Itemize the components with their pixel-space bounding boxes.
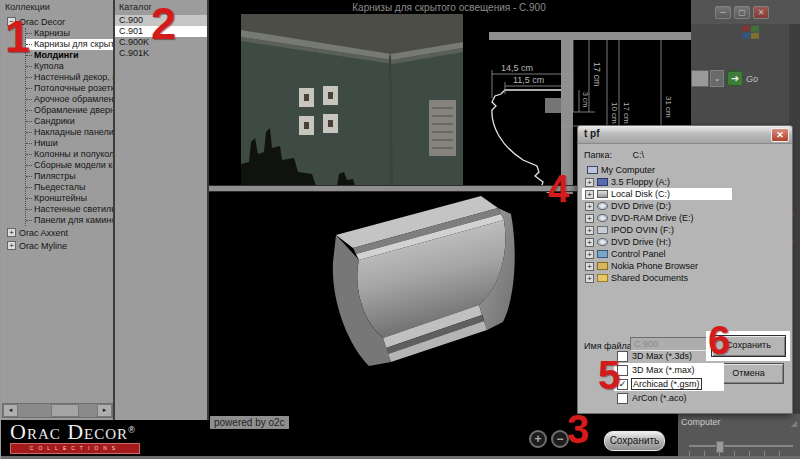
scrollbar-thumb[interactable] bbox=[51, 404, 79, 417]
expand-icon[interactable]: + bbox=[7, 228, 16, 237]
expand-icon[interactable]: + bbox=[585, 274, 594, 283]
format-label: 3D Max (*.max) bbox=[632, 365, 695, 375]
go-arrow-icon[interactable]: ➜ bbox=[727, 71, 743, 86]
annotation-step-1: 1 bbox=[5, 14, 30, 59]
folder-row: Папка: C:\ bbox=[584, 150, 644, 160]
expand-icon[interactable]: + bbox=[585, 202, 594, 211]
drive-label: My Computer bbox=[601, 165, 655, 175]
app-window: Карнизы для скрытого освещения - C.900 bbox=[0, 0, 800, 459]
drive-tree: My Computer+3.5 Floppy (A:)+Local Disk (… bbox=[582, 164, 732, 284]
zoom-in-icon[interactable]: + bbox=[529, 430, 547, 448]
collection-item[interactable]: Карнизы для скрытого bbox=[26, 39, 113, 50]
dim-31: 31 cm bbox=[664, 96, 673, 118]
expand-icon[interactable]: + bbox=[585, 226, 594, 235]
horizontal-scrollbar[interactable]: ◂ ▸ bbox=[2, 403, 113, 418]
expand-icon[interactable]: + bbox=[585, 238, 594, 247]
collection-item[interactable]: Настенный декор, гир bbox=[26, 72, 113, 83]
ipod-icon bbox=[597, 226, 608, 234]
collection-item[interactable]: Панели для каминов bbox=[26, 215, 113, 226]
powered-by-label: powered by o2c bbox=[210, 416, 289, 429]
expand-icon[interactable]: + bbox=[585, 214, 594, 223]
collection-group-row[interactable]: +Orac Axxent bbox=[1, 226, 113, 239]
collection-item[interactable]: Сандрики bbox=[26, 116, 113, 127]
collection-group-label: Orac Axxent bbox=[19, 228, 68, 238]
collection-item[interactable]: Пьедесталы bbox=[26, 182, 113, 193]
drive-tree-item[interactable]: +Nokia Phone Browser bbox=[582, 260, 732, 272]
collection-item[interactable]: Ниши bbox=[26, 138, 113, 149]
drive-label: Local Disk (C:) bbox=[611, 189, 670, 199]
annotation-step-4: 4 bbox=[548, 170, 569, 208]
expand-icon[interactable]: + bbox=[585, 178, 594, 187]
collection-item[interactable]: Настенные светильни bbox=[26, 204, 113, 215]
expand-icon[interactable]: + bbox=[585, 262, 594, 271]
dim-10: 10 cm bbox=[610, 102, 619, 124]
resize-grip-icon[interactable]: ◢ bbox=[791, 419, 797, 428]
annotation-step-6: 6 bbox=[708, 320, 730, 360]
control-icon bbox=[597, 250, 608, 258]
drive-tree-item[interactable]: +DVD Drive (D:) bbox=[582, 200, 732, 212]
folder-label: Папка: bbox=[584, 150, 612, 160]
dvd-icon bbox=[597, 238, 608, 246]
collection-item[interactable]: Арочное обрамление bbox=[26, 94, 113, 105]
expand-icon[interactable]: + bbox=[585, 190, 594, 199]
expand-icon[interactable]: + bbox=[585, 250, 594, 259]
collection-item[interactable]: Кронштейны bbox=[26, 193, 113, 204]
computer-icon bbox=[587, 166, 598, 174]
folder-value: C:\ bbox=[633, 150, 645, 160]
drive-tree-item[interactable]: +DVD-RAM Drive (E:) bbox=[582, 212, 732, 224]
dim-height-wall: 17 cm bbox=[592, 62, 602, 87]
collection-group-label: Orac Myline bbox=[19, 241, 67, 251]
drive-tree-item[interactable]: +Local Disk (C:) bbox=[582, 188, 732, 200]
format-label: Archicad (*.gsm) bbox=[632, 379, 701, 389]
slider-track bbox=[689, 445, 793, 447]
minimize-icon[interactable]: ─ bbox=[715, 6, 731, 19]
collection-item[interactable]: Карнизы bbox=[26, 28, 113, 39]
format-row[interactable]: ✓Archicad (*.gsm) bbox=[614, 377, 724, 391]
format-row[interactable]: 3D Max (*.max) bbox=[614, 363, 724, 377]
collection-item[interactable]: Потолочные розетки bbox=[26, 83, 113, 94]
drive-tree-item[interactable]: +Control Panel bbox=[582, 248, 732, 260]
close-icon[interactable]: ✕ bbox=[753, 6, 769, 19]
drive-tree-item[interactable]: My Computer bbox=[582, 164, 732, 176]
collections-panel: Коллекции −Orac DecorКарнизыКарнизы для … bbox=[1, 0, 115, 420]
windows-logo-icon bbox=[742, 24, 760, 40]
dvd-icon bbox=[597, 202, 608, 210]
drive-tree-item[interactable]: +3.5 Floppy (A:) bbox=[582, 176, 732, 188]
folder-icon bbox=[597, 274, 608, 282]
address-input[interactable] bbox=[691, 70, 709, 87]
annotation-step-3: 3 bbox=[567, 409, 589, 449]
drive-tree-item[interactable]: +IPOD OVIN (F:) bbox=[582, 224, 732, 236]
format-label: ArCon (*.aco) bbox=[632, 393, 687, 403]
close-icon[interactable]: ✕ bbox=[771, 128, 789, 142]
browser-statusbar: Computer ◢ bbox=[678, 414, 800, 459]
room-photo bbox=[241, 14, 463, 186]
collection-item[interactable]: Молдинги bbox=[26, 50, 113, 61]
collection-item[interactable]: Пилястры bbox=[26, 171, 113, 182]
expand-icon[interactable]: + bbox=[7, 241, 16, 250]
scroll-right-icon[interactable]: ▸ bbox=[97, 404, 112, 417]
collection-item[interactable]: Колонны и полуколон bbox=[26, 149, 113, 160]
dialog-title[interactable]: t pf bbox=[578, 126, 792, 144]
drive-label: Shared Documents bbox=[611, 273, 688, 283]
drive-tree-item[interactable]: +Shared Documents bbox=[582, 272, 732, 284]
go-label[interactable]: Go bbox=[746, 74, 758, 84]
drive-label: IPOD OVIN (F:) bbox=[611, 225, 674, 235]
collection-item[interactable]: Купола bbox=[26, 61, 113, 72]
drive-label: Control Panel bbox=[611, 249, 666, 259]
catalog-item[interactable]: C.901K bbox=[115, 48, 207, 59]
scroll-left-icon[interactable]: ◂ bbox=[3, 404, 18, 417]
collection-group-row[interactable]: +Orac Myline bbox=[1, 239, 113, 252]
logo-text: Orac Decor bbox=[10, 419, 128, 444]
maximize-icon[interactable]: ▢ bbox=[734, 6, 750, 19]
format-row[interactable]: ArCon (*.aco) bbox=[614, 391, 724, 405]
drive-tree-item[interactable]: +DVD Drive (H:) bbox=[582, 236, 732, 248]
chevron-down-icon[interactable]: ⌄ bbox=[710, 70, 724, 87]
collection-item[interactable]: Накладные панели bbox=[26, 127, 113, 138]
registered-mark: ® bbox=[128, 425, 135, 435]
annotation-step-2: 2 bbox=[151, 1, 176, 46]
logo-banner: COLLECTIONS bbox=[10, 443, 140, 454]
dim-depth-small: 3 cm bbox=[582, 92, 589, 107]
collection-item[interactable]: Обрамление дверных bbox=[26, 105, 113, 116]
collection-item[interactable]: Сборные модели коло bbox=[26, 160, 113, 171]
viewer-save-button[interactable]: Сохранить bbox=[604, 431, 665, 451]
